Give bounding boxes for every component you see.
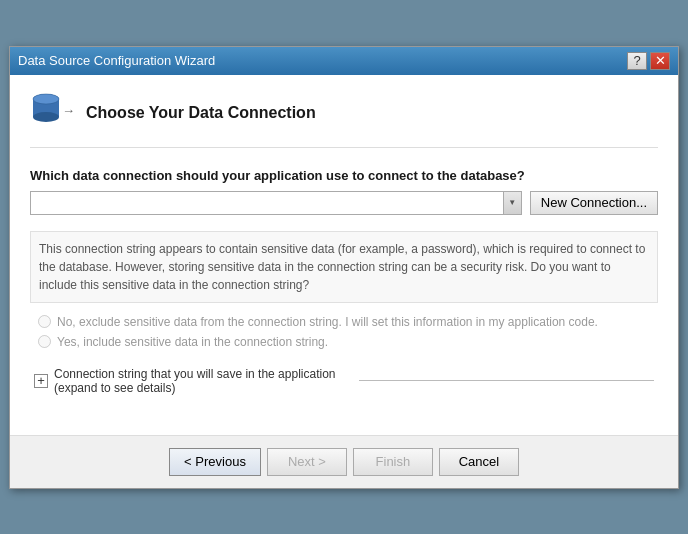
svg-text:→: → [62,103,74,118]
close-button[interactable]: ✕ [650,52,670,70]
previous-button[interactable]: < Previous [169,448,261,476]
radio-no-label: No, exclude sensitive data from the conn… [57,315,598,329]
connection-select-wrapper: ▼ [30,191,522,215]
connection-select[interactable] [30,191,522,215]
new-connection-button[interactable]: New Connection... [530,191,658,215]
header-icon: → [30,91,74,135]
svg-point-3 [33,94,59,104]
radio-yes-item: Yes, include sensitive data in the conne… [38,335,658,349]
database-icon: → [30,91,74,135]
page-title: Choose Your Data Connection [86,104,316,122]
connection-row: ▼ New Connection... [30,191,658,215]
connection-string-line [359,380,654,381]
connection-label: Which data connection should your applic… [30,168,658,183]
finish-button[interactable]: Finish [353,448,433,476]
help-button[interactable]: ? [627,52,647,70]
connection-string-label: Connection string that you will save in … [54,367,349,395]
footer: < Previous Next > Finish Cancel [10,435,678,488]
wizard-window: Data Source Configuration Wizard ? ✕ [9,46,679,489]
description-text: This connection string appears to contai… [30,231,658,303]
title-bar: Data Source Configuration Wizard ? ✕ [10,47,678,75]
next-button[interactable]: Next > [267,448,347,476]
button-row: < Previous Next > Finish Cancel [30,448,658,476]
radio-no-item: No, exclude sensitive data from the conn… [38,315,658,329]
radio-no[interactable] [38,315,51,328]
radio-group: No, exclude sensitive data from the conn… [30,315,658,349]
title-bar-buttons: ? ✕ [627,52,670,70]
radio-yes[interactable] [38,335,51,348]
svg-point-2 [33,112,59,122]
window-title: Data Source Configuration Wizard [18,53,215,68]
connection-string-section: + Connection string that you will save i… [30,361,658,401]
expand-icon[interactable]: + [34,374,48,388]
radio-yes-label: Yes, include sensitive data in the conne… [57,335,328,349]
cancel-button[interactable]: Cancel [439,448,519,476]
page-header: → Choose Your Data Connection [30,91,658,148]
main-content: → Choose Your Data Connection Which data… [10,75,678,435]
